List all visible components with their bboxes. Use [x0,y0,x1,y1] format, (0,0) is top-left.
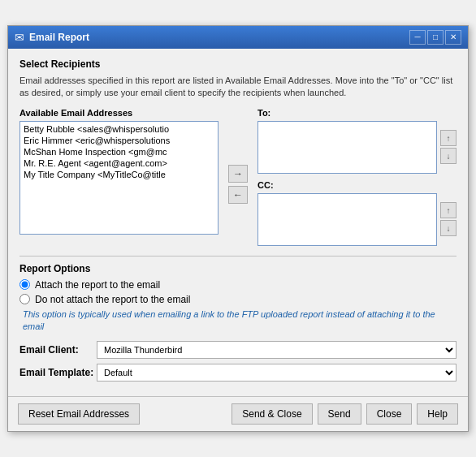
attach-yes-label: Attach the report to the email [35,279,160,291]
cc-row: ↑ ↓ [257,193,457,246]
attach-option[interactable]: Attach the report to the email [19,279,457,291]
main-content: Select Recipients Email addresses specif… [8,49,468,397]
to-row: ↑ ↓ [257,121,457,174]
email-template-row: Email Template: Default [19,364,457,382]
select-recipients-title: Select Recipients [19,58,457,70]
attach-no-label: Do not attach the report to the email [35,294,190,305]
title-bar: ✉ Email Report ─ □ ✕ [8,26,468,49]
attach-no-radio[interactable] [19,294,30,304]
reset-email-button[interactable]: Reset Email Addresses [18,403,140,425]
to-arrow-controls: → ← [225,123,251,246]
maximize-button[interactable]: □ [427,30,444,45]
to-updown-controls: ↑ ↓ [440,121,457,174]
close-button[interactable]: Close [366,403,413,425]
to-right-arrow-button[interactable]: → [228,165,248,183]
description-text: Email addresses specified in this report… [19,75,457,100]
list-item[interactable]: Eric Himmer <eric@whispersolutions [22,135,216,146]
send-close-button[interactable]: Send & Close [232,403,312,425]
list-item[interactable]: My Title Company <MyTitleCo@title [22,169,216,180]
report-options-section: Report Options Attach the report to the … [19,263,457,334]
option-note: This option is typically used when email… [23,308,457,334]
cc-down-button[interactable]: ↓ [440,220,457,236]
list-item[interactable]: Mr. R.E. Agent <agent@agent.com> [22,157,216,169]
available-label: Available Email Addresses [19,108,219,118]
email-client-label: Email Client: [19,344,97,356]
cc-up-button[interactable]: ↑ [440,202,457,218]
list-item[interactable]: Betty Rubble <sales@whispersolutio [22,123,216,135]
title-bar-controls: ─ □ ✕ [409,30,461,45]
email-template-select[interactable]: Default [97,364,457,382]
minimize-button[interactable]: ─ [409,30,426,45]
available-section: Available Email Addresses Betty Rubble <… [19,108,219,246]
email-layout: Available Email Addresses Betty Rubble <… [19,108,457,246]
to-up-button[interactable]: ↑ [440,130,457,146]
to-cc-section: To: ↑ ↓ CC: ↑ [257,108,457,246]
to-left-arrow-button[interactable]: ← [228,186,248,204]
bottom-bar: Reset Email Addresses Send & Close Send … [8,396,468,431]
cc-block: CC: ↑ ↓ [257,180,457,246]
close-window-button[interactable]: ✕ [445,30,461,45]
window-title: Email Report [29,32,89,43]
title-bar-left: ✉ Email Report [15,31,89,44]
cc-updown-controls: ↑ ↓ [440,193,457,246]
report-options-title: Report Options [19,263,457,274]
divider [19,256,457,257]
send-button[interactable]: Send [318,403,361,425]
available-emails-listbox[interactable]: Betty Rubble <sales@whispersolutio Eric … [19,121,219,235]
attach-yes-radio[interactable] [19,279,30,290]
to-label: To: [257,108,457,118]
to-block: To: ↑ ↓ [257,108,457,174]
to-listbox[interactable] [257,121,437,174]
cc-listbox[interactable] [257,193,437,246]
email-client-row: Email Client: Mozilla ThunderbirdOutlook… [19,341,457,359]
list-item[interactable]: McShan Home Inspection <gm@mc [22,146,216,157]
cc-label: CC: [257,180,457,190]
no-attach-option[interactable]: Do not attach the report to the email [19,294,457,305]
to-down-button[interactable]: ↓ [440,148,457,164]
main-window: ✉ Email Report ─ □ ✕ Select Recipients E… [7,25,469,433]
email-client-select[interactable]: Mozilla ThunderbirdOutlookDefault [97,341,457,359]
email-template-label: Email Template: [19,367,97,378]
help-button[interactable]: Help [417,403,458,425]
window-icon: ✉ [15,31,24,44]
